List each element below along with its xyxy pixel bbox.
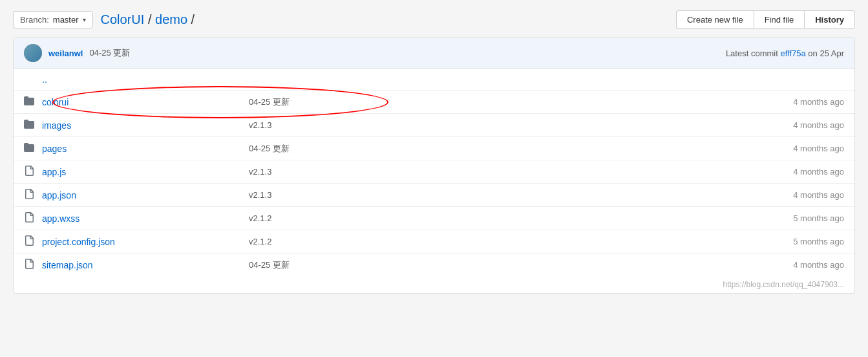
file-link[interactable]: app.js: [42, 167, 66, 177]
file-message: v2.1.2: [236, 213, 767, 223]
commit-author[interactable]: weilanwl: [48, 49, 83, 58]
file-time: 5 months ago: [767, 213, 844, 223]
footer-url: https://blog.csdn.net/qq_4047903...: [723, 280, 844, 289]
file-message: v2.1.3: [236, 190, 767, 200]
left-section: Branch: master ▾ ColorUI / demo /: [13, 11, 195, 28]
find-file-button[interactable]: Find file: [754, 10, 805, 29]
right-section: Create new file Find file History: [676, 10, 855, 29]
footer-bar: https://blog.csdn.net/qq_4047903...: [14, 276, 854, 293]
top-bar: Branch: master ▾ ColorUI / demo / Create…: [13, 10, 855, 29]
file-icon: [24, 166, 37, 178]
file-name: app.js: [42, 167, 236, 177]
file-link[interactable]: project.config.json: [42, 237, 115, 247]
file-link[interactable]: sitemap.json: [42, 260, 93, 270]
commit-right: Latest commit efff75a on 25 Apr: [726, 49, 844, 58]
breadcrumb-sep1: /: [144, 12, 155, 27]
file-time: 4 months ago: [767, 167, 844, 177]
file-message: v2.1.2: [236, 237, 767, 246]
file-link[interactable]: app.wxss: [42, 213, 79, 224]
file-message: 04-25 更新: [236, 259, 767, 271]
file-message: 04-25 更新: [236, 143, 767, 155]
commit-date: 04-25 更新: [89, 47, 130, 59]
file-list: .. colorui 04-25 更新 4 months ago images …: [14, 69, 854, 276]
folder-icon: [24, 96, 37, 108]
file-name: pages: [42, 144, 236, 154]
commit-hash[interactable]: efff75a: [780, 49, 805, 58]
create-new-file-button[interactable]: Create new file: [676, 10, 754, 29]
branch-selector[interactable]: Branch: master ▾: [13, 11, 93, 28]
file-time: 4 months ago: [767, 120, 844, 130]
parent-dir-link[interactable]: ..: [42, 74, 236, 85]
avatar: [24, 44, 42, 62]
file-time: 4 months ago: [767, 190, 844, 200]
file-time: 4 months ago: [767, 97, 844, 107]
avatar-image: [24, 44, 42, 62]
file-name: project.config.json: [42, 237, 236, 247]
file-icon: [24, 189, 37, 201]
table-row: pages 04-25 更新 4 months ago: [14, 137, 854, 160]
file-icon: [24, 212, 37, 224]
file-name: sitemap.json: [42, 260, 236, 270]
file-link[interactable]: pages: [42, 144, 67, 154]
table-row: app.wxss v2.1.2 5 months ago: [14, 207, 854, 230]
table-row: app.js v2.1.3 4 months ago: [14, 160, 854, 184]
latest-commit-label: Latest commit: [726, 49, 778, 58]
file-name: colorui: [42, 97, 236, 107]
file-name: app.json: [42, 190, 236, 200]
file-time: 4 months ago: [767, 260, 844, 270]
branch-name: master: [53, 15, 79, 25]
file-name: images: [42, 120, 236, 131]
file-link[interactable]: images: [42, 120, 71, 131]
repo-table: weilanwl 04-25 更新 Latest commit efff75a …: [13, 37, 855, 294]
table-row: colorui 04-25 更新 4 months ago: [14, 91, 854, 114]
file-icon: [24, 235, 37, 248]
file-name: app.wxss: [42, 213, 236, 224]
file-time: 5 months ago: [767, 237, 844, 246]
folder-icon: [24, 142, 37, 155]
table-row: app.json v2.1.3 4 months ago: [14, 184, 854, 207]
table-row: images v2.1.3 4 months ago: [14, 114, 854, 137]
folder-icon: [24, 119, 37, 131]
history-button[interactable]: History: [804, 10, 855, 29]
breadcrumb-sep2: /: [187, 12, 195, 27]
file-icon: [24, 259, 37, 271]
breadcrumb-folder[interactable]: demo: [155, 12, 187, 27]
chevron-down-icon: ▾: [83, 16, 86, 23]
file-message: v2.1.3: [236, 120, 767, 130]
breadcrumb-repo[interactable]: ColorUI: [101, 12, 145, 27]
breadcrumb: ColorUI / demo /: [101, 12, 195, 27]
table-row: project.config.json v2.1.2 5 months ago: [14, 230, 854, 254]
file-message: 04-25 更新: [236, 96, 767, 108]
table-row: ..: [14, 69, 854, 91]
commit-header: weilanwl 04-25 更新 Latest commit efff75a …: [14, 38, 854, 69]
commit-left: weilanwl 04-25 更新: [24, 44, 130, 62]
file-time: 4 months ago: [767, 144, 844, 153]
file-link[interactable]: app.json: [42, 190, 76, 200]
branch-label: Branch:: [20, 15, 49, 25]
table-row: sitemap.json 04-25 更新 4 months ago: [14, 254, 854, 276]
commit-on-date: on 25 Apr: [808, 49, 844, 58]
file-message: v2.1.3: [236, 167, 767, 177]
page-wrapper: Branch: master ▾ ColorUI / demo / Create…: [0, 0, 868, 304]
file-link[interactable]: colorui: [42, 97, 69, 107]
